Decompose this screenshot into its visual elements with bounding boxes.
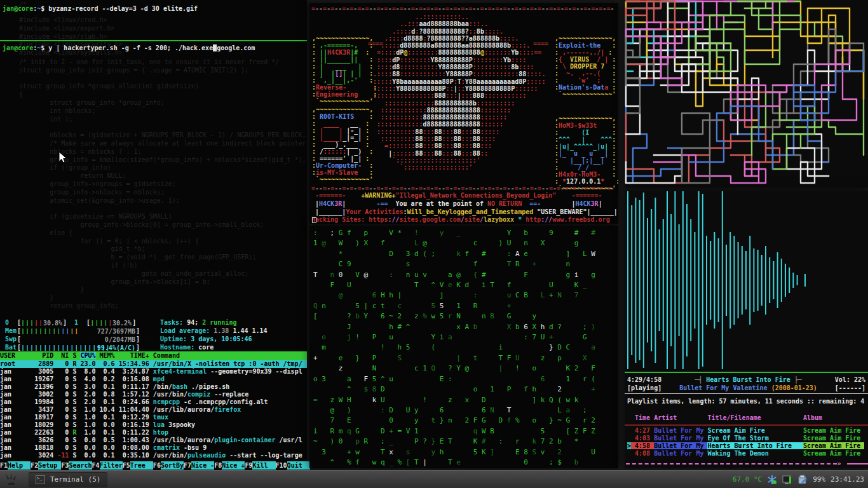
htop-fkey-F8[interactable]: F8Nice + [214,461,245,470]
htop-fkey-F6[interactable]: F6SortBy [153,461,184,470]
playlist: 4:27 Bullet For My Scream Aim Fire Screa… [627,427,864,458]
pipes-art [625,0,868,187]
status-separator [625,393,868,394]
htop-system-info: Tasks: 94; 2 runningLoad average: 1.38 1… [160,318,268,351]
matrix-rain: : ; G f p V * ! y _ Y b 9 # # 1 @ W ) X … [309,226,618,468]
launcher-claw-icon[interactable] [3,473,20,487]
playlist-row[interactable]: 4:27 Bullet For My Scream Aim Fire Screa… [627,427,864,435]
htop-fkey-F4[interactable]: F4Filter [92,461,123,470]
htop-process-row[interactable]: jan 3626 0 S 0.0 0.5 1:00.43 /usr/lib/au… [0,437,307,444]
htop-process-row[interactable]: jan 18917 0 S 1.0 0.1 0:12.29 tmux [0,414,307,421]
faint-kernel-code: /* init to 2 - one for init_task, one to… [19,58,348,343]
htop-function-keys: F1Help F2Setup F3SearchF4FilterF5Tree F6… [0,461,307,470]
ascii-skull-art: ..::::::::::.. ..:::aad8888888baa:::.. .… [373,13,545,172]
tray-display-icon[interactable] [782,475,792,485]
volume-bar[interactable]: [------] [835,384,865,392]
htop-window[interactable]: 0[|||||30.8%] 1[|||||30.2%]Mem[|||||||||… [0,316,307,470]
htop-process-row[interactable]: jan 21396 0 S 3.0 0.1 0:11.17 /bin/bash … [0,383,307,391]
playlist-column-headers: Time Artist Title/Filename Album [627,414,822,422]
tray-clipboard-icon[interactable] [797,475,808,485]
track-artist-date: Bullet For My Valentine (2008-01-23) [679,384,817,392]
music-player-window[interactable]: 4:29/4:58 ─┤ Hearts Burst Into Fire ├─ V… [625,191,868,468]
htop-process-row[interactable]: jan 3024 -11 S 0.0 0.1 0:35.10 /usr/bin/… [0,452,307,459]
desktop: /* jan@core:~$ byzanz-record --delay=3 -… [0,0,868,488]
mouse-cursor [58,151,67,164]
audio-visualizer [625,191,868,372]
header-separator [625,424,868,426]
banner-box-home-sweet: ,~~~~~~~~~~~~~~,:HoM3-$w33t :: (I ::^^^ … [555,115,618,192]
taskbar-window-label: Terminal (5) [50,475,100,484]
htop-meters: 0[|||||30.8%] 1[|||||30.2%]Mem[|||||||||… [5,318,140,351]
track-title: ─┤ Hearts Burst Into Fire ├─ [695,376,802,384]
htop-fkey-F3[interactable]: F3Search [61,461,92,470]
banner-warning-text: -======- +WARNING+"Illegal_Network_Conne… [311,192,618,224]
htop-process-row[interactable]: jan 19984 0 S 2.0 0.1 0:24.66 ncmpcpp -c… [0,398,307,406]
shell-prompt-2[interactable]: jan@core:~$ y | hackertyper.sh -g -f -s … [3,44,255,52]
htop-fkey-F5[interactable]: F5Tree [123,461,153,470]
playlist-row[interactable]: 4:03 Bullet For My Eye Of The Storm Scre… [627,435,864,442]
banner-connector-right: ==== [533,40,548,47]
player-state-badge: [playing] [627,384,661,392]
banner-connector-left: ==== [368,40,383,47]
pipes-window[interactable] [625,0,868,187]
playlist-summary: Playlist items, length: 57 minutes, 11 s… [627,397,864,405]
terminal-code-window[interactable]: /* jan@core:~$ byzanz-record --delay=3 -… [0,0,307,470]
banner-box-virus-dropper: ,~~~~~~~~~~~~~~,:Exploit-the :: ,------,… [555,35,616,98]
scroll-arrow-icon: » [837,459,841,468]
htop-process-row[interactable]: jan 18818 0 S 0.0 0.0 0:08.00 cmatrix -b… [0,444,307,452]
banner-box-rootkits: ,~~~~~~~~~~~~~~,: R00T-KITS :: ____ __ :… [312,106,373,183]
playlist-row-selected[interactable]: > 4:58 Bullet For My Hearts Burst Into F… [627,442,864,450]
playlist-row[interactable]: 4:08 Bullet For My Waking The Demon Scre… [627,450,864,458]
ascii-banner-window[interactable]: =--=-=--=-=-=-=--=-=-=-=--=-=-=-=--=-=-=… [309,3,618,224]
htop-process-row[interactable]: jan 19267 0 S 4.0 0.2 0:16.08 mpd [0,376,307,383]
htop-process-row[interactable]: jan 3437 0 S 1.0 10.4 11:04.40 /usr/lib/… [0,406,307,414]
htop-table-header[interactable]: USER PID NI S CPU% MEM% TIME+ Command [0,351,307,360]
playlist-scroll-line-end [847,463,868,464]
battery-percentage: 99% [813,475,825,484]
tray-snowflake-icon[interactable] [767,475,777,485]
banner-border-top: =--=-=--=-=-=-=--=-=-=-=--=-=-=-=--=-=-=… [311,5,614,12]
cmatrix-window[interactable]: : ; G f p V * ! y _ Y b 9 # # 1 @ W ) X … [309,226,618,468]
htop-fkey-F9[interactable]: F9Kill [245,461,275,470]
taskbar: >_ Terminal (5) 67.0 °C 99% 23:41.23 [0,470,868,488]
shell-prompt-1: jan@core:~$ byzanz-record --delay=3 -d 3… [3,4,198,13]
htop-process-row[interactable]: jan 3002 0 S 2.0 0.8 1:57.12 /usr/bin/co… [0,391,307,398]
visualizer-separator [625,372,868,373]
htop-fkey-F2[interactable]: F2Setup [31,461,61,470]
taskbar-window-button[interactable]: >_ Terminal (5) [29,472,107,487]
terminal-icon: >_ [36,475,45,484]
terminal-cursor [312,217,316,223]
htop-process-row[interactable]: jan 18029 0 S 1.0 0.0 0:16.19 lua 3spook… [0,421,307,429]
volume-indicator[interactable]: Vol: 22% [835,376,865,384]
playlist-scroll-line [626,463,837,464]
track-elapsed-time: 4:29/4:58 [627,376,661,384]
htop-process-list: root 2889 0 R 23.0 0.6 15:34.96 /usr/bin… [0,360,307,459]
htop-process-row[interactable]: jan 3005 0 S 8.0 0.4 3:24.87 xfce4-termi… [0,368,307,376]
pane-divider [0,40,307,41]
htop-fkey-F1[interactable]: F1Help [0,461,31,470]
htop-fkey-F10[interactable]: F10Quit [276,461,310,470]
htop-process-row[interactable]: jan 22263 0 R 1.0 0.1 0:11.22 htop [0,429,307,437]
htop-process-row[interactable]: root 2889 0 R 23.0 0.6 15:34.96 /usr/bin… [0,360,307,368]
clock[interactable]: 23:41.23 [831,475,864,484]
banner-border-mid: =--=-=--=-=-=-=--=-=-=-=--=-=-=-=--=-=-=… [311,185,614,192]
cpu-temperature: 67.0 °C [733,475,762,484]
htop-fkey-F7[interactable]: F7Nice - [184,461,214,470]
